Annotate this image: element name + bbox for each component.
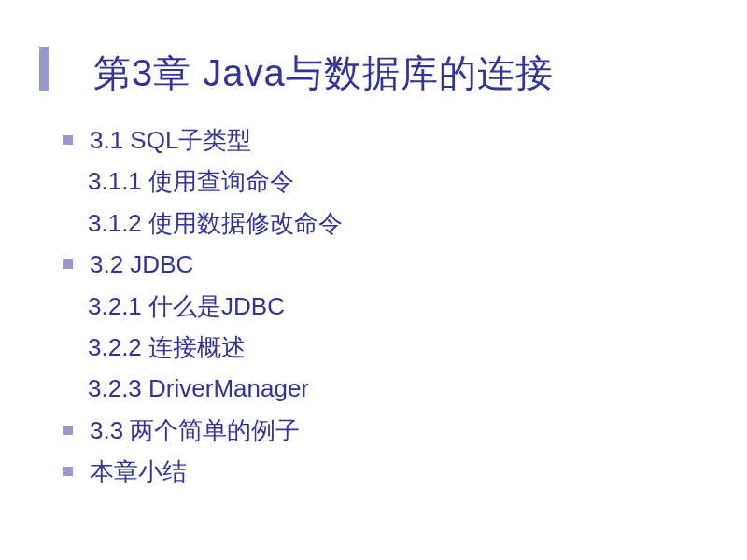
- toc-text: 本章小结: [90, 455, 187, 488]
- table-of-contents: 3.1 SQL子类型 3.1.1 使用查询命令 3.1.2 使用数据修改命令 3…: [0, 116, 747, 489]
- toc-item: 3.2 JDBC: [63, 247, 747, 281]
- toc-item: 3.1 SQL子类型: [63, 123, 747, 157]
- toc-item: 本章小结: [63, 455, 747, 488]
- title-row: 第3章 Java与数据库的连接: [0, 47, 747, 99]
- bullet-icon: [63, 259, 73, 269]
- bullet-icon: [63, 426, 73, 435]
- toc-text: 3.1.2 使用数据修改命令: [88, 206, 343, 240]
- toc-item: 3.1.1 使用查询命令: [63, 164, 747, 198]
- slide-container: 第3章 Java与数据库的连接 3.1 SQL子类型 3.1.1 使用查询命令 …: [0, 0, 747, 560]
- bullet-icon: [63, 467, 73, 476]
- chapter-title: 第3章 Java与数据库的连接: [93, 48, 554, 99]
- toc-text: 3.1.1 使用查询命令: [88, 164, 294, 198]
- toc-text: 3.2.1 什么是JDBC: [88, 289, 285, 323]
- toc-item: 3.1.2 使用数据修改命令: [63, 206, 747, 240]
- toc-item: 3.2.3 DriverManager: [63, 371, 747, 405]
- toc-text: 3.1 SQL子类型: [90, 123, 251, 157]
- toc-text: 3.2.2 连接概述: [88, 330, 246, 364]
- toc-item: 3.3 两个简单的例子: [63, 413, 747, 447]
- bullet-icon: [63, 135, 73, 145]
- toc-text: 3.2.3 DriverManager: [88, 371, 309, 405]
- title-accent-bar: [39, 47, 49, 91]
- toc-item: 3.2.1 什么是JDBC: [63, 289, 747, 323]
- toc-item: 3.2.2 连接概述: [63, 330, 747, 364]
- toc-text: 3.3 两个简单的例子: [90, 413, 300, 447]
- toc-text: 3.2 JDBC: [90, 247, 193, 281]
